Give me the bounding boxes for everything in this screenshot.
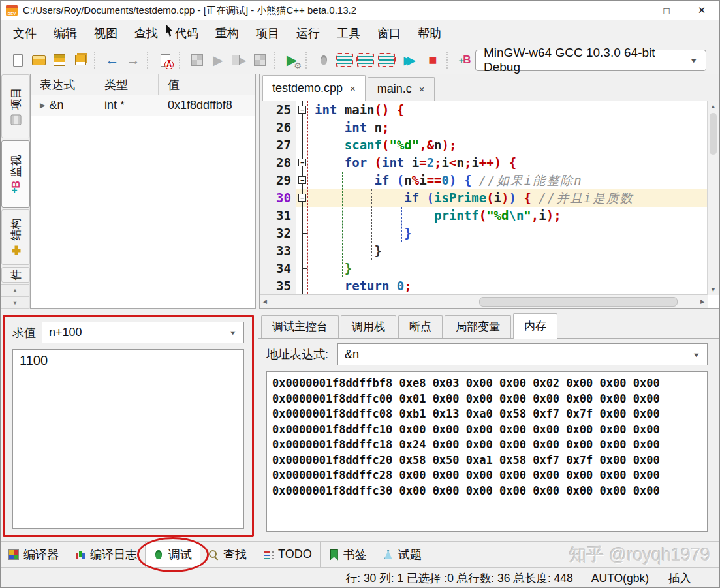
bottom-tab[interactable]: TODO bbox=[255, 542, 321, 567]
watch-row[interactable]: ▶&nint *0x1f8ddffbf8 bbox=[31, 95, 255, 116]
minimize-icon[interactable]: — bbox=[614, 1, 649, 20]
scroll-left-icon[interactable]: ◀ bbox=[262, 296, 267, 307]
close-icon[interactable]: × bbox=[419, 84, 425, 95]
code-line[interactable]: 29 if (n%i==0) { //如果i能整除n bbox=[260, 172, 719, 189]
sidebar-tab-item[interactable]: 结构 bbox=[1, 209, 30, 265]
compiler-set-dropdown[interactable]: MinGW-w64 GCC 10.3.0 64-bit Debug ▼ bbox=[475, 50, 706, 71]
sidebar-tab-item[interactable]: 项目 bbox=[1, 74, 30, 138]
editor-horizontal-scrollbar[interactable]: ◀ ▶ bbox=[260, 294, 708, 308]
back-icon[interactable]: ← bbox=[103, 51, 121, 69]
compile-icon[interactable] bbox=[156, 51, 174, 69]
sidebar-tab-item[interactable]: 件 bbox=[1, 267, 30, 283]
evaluate-label: 求值 bbox=[12, 325, 36, 341]
code-line[interactable]: 31 printf("%d\n",i); bbox=[260, 207, 719, 224]
debug-tab[interactable]: 内存 bbox=[513, 313, 557, 339]
code-line[interactable]: 27 scanf("%d",&n); bbox=[260, 136, 719, 154]
continue-icon[interactable]: ▶▶ bbox=[398, 51, 421, 69]
fold-marker bbox=[296, 207, 309, 224]
add-watch-icon[interactable] bbox=[456, 51, 474, 69]
debug-tab[interactable]: 调用栈 bbox=[341, 315, 396, 338]
debug-tab[interactable]: 断点 bbox=[398, 315, 443, 338]
scroll-down-icon[interactable]: ▼ bbox=[710, 284, 716, 295]
menu-item[interactable]: 编辑 bbox=[45, 20, 86, 46]
code-line[interactable]: 30 if (isPrime(i)) { //并且i是质数 bbox=[260, 189, 719, 207]
evaluate-panel: 求值 n+100 ▼ 1100 bbox=[1, 313, 255, 541]
menu-item[interactable]: 文件 bbox=[5, 20, 45, 46]
code-text: if (n%i==0) { //如果i能整除n bbox=[309, 172, 719, 189]
flask-icon bbox=[383, 549, 394, 560]
fold-marker[interactable] bbox=[296, 172, 309, 189]
code-area[interactable]: 25int main() {26 int n;27 scanf("%d",&n)… bbox=[260, 101, 719, 295]
fold-marker[interactable] bbox=[296, 189, 309, 207]
bottom-tab-label: 查找 bbox=[223, 547, 247, 563]
scroll-right-icon[interactable]: ▶ bbox=[700, 296, 705, 307]
todo-icon bbox=[263, 549, 274, 560]
code-line[interactable]: 28 for (int i=2;i<n;i++) { bbox=[260, 154, 719, 172]
menu-item[interactable]: 运行 bbox=[288, 20, 328, 46]
debug-run-icon[interactable] bbox=[283, 51, 301, 69]
bottom-tab[interactable]: 编译器 bbox=[1, 542, 67, 567]
editor-tab[interactable]: testdemo.cpp× bbox=[262, 75, 366, 101]
input-mode-indicator[interactable]: 插入 bbox=[668, 570, 691, 586]
code-line[interactable]: 26 int n; bbox=[260, 119, 719, 136]
fold-marker bbox=[296, 242, 309, 260]
menu-item[interactable]: 帮助 bbox=[409, 20, 450, 46]
new-file-icon[interactable] bbox=[8, 51, 27, 69]
app-icon: DEV bbox=[6, 5, 18, 16]
menu-item[interactable]: 窗口 bbox=[369, 20, 409, 46]
editor-vertical-scrollbar[interactable]: ▲ ▼ bbox=[707, 101, 719, 295]
sidebar-scroll-up-icon[interactable]: ▲ bbox=[1, 284, 29, 296]
sidebar-tab-label: 监视 bbox=[8, 155, 23, 178]
expand-triangle-icon[interactable]: ▶ bbox=[40, 101, 45, 110]
maximize-icon[interactable]: □ bbox=[649, 1, 684, 20]
sidebar-tab-watch-active[interactable]: 监视 bbox=[1, 140, 30, 208]
scrollbar-thumb[interactable] bbox=[479, 297, 678, 307]
line-number: 31 bbox=[260, 207, 296, 224]
memory-view[interactable]: 0x0000001f8ddffbf8 0xe8 0x03 0x00 0x00 0… bbox=[266, 371, 708, 532]
toolbar-separator bbox=[147, 52, 151, 69]
code-line[interactable]: 25int main() { bbox=[260, 101, 719, 119]
watch-value-cell: 0x1f8ddffbf8 bbox=[159, 99, 255, 112]
menu-item[interactable]: 查找 bbox=[126, 20, 166, 46]
menu-item[interactable]: 视图 bbox=[86, 20, 126, 46]
address-expression-combo[interactable]: &n ▼ bbox=[337, 343, 708, 365]
bottom-tab[interactable]: 调试 bbox=[146, 542, 200, 567]
close-icon[interactable]: × bbox=[350, 83, 356, 94]
bottom-tab[interactable]: 书签 bbox=[321, 542, 375, 567]
editor-tab[interactable]: main.c× bbox=[368, 77, 435, 101]
bottom-tab[interactable]: 编译日志 bbox=[67, 542, 146, 567]
bottom-tab[interactable]: 试题 bbox=[375, 542, 430, 567]
menu-item[interactable]: 工具 bbox=[328, 20, 369, 46]
encoding-indicator[interactable]: AUTO(gbk) bbox=[591, 572, 649, 585]
sidebar-scroll-down-icon[interactable]: ▼ bbox=[1, 296, 29, 309]
bottom-tab-bar: 编译器编译日志调试查找TODO书签试题知乎 @royqh1979 bbox=[1, 541, 719, 567]
scroll-up-icon[interactable]: ▲ bbox=[710, 101, 716, 112]
step-into-icon[interactable] bbox=[356, 51, 375, 69]
open-file-icon[interactable] bbox=[29, 51, 48, 69]
debug-tab[interactable]: 局部变量 bbox=[445, 315, 511, 338]
sidebar-tab-content: 件 bbox=[8, 269, 23, 280]
debug-tab[interactable]: 调试主控台 bbox=[261, 315, 339, 338]
menu-item[interactable]: 代码 bbox=[166, 20, 207, 46]
save-all-icon[interactable] bbox=[71, 51, 89, 69]
toolbar: ←→▶▶▶■ MinGW-w64 GCC 10.3.0 64-bit Debug… bbox=[1, 46, 719, 74]
evaluate-expression-value: n+100 bbox=[49, 326, 82, 339]
save-icon[interactable] bbox=[50, 51, 69, 69]
menu-item[interactable]: 项目 bbox=[247, 20, 288, 46]
forward-icon[interactable]: → bbox=[124, 51, 142, 69]
evaluate-expression-combo[interactable]: n+100 ▼ bbox=[42, 322, 244, 343]
step-over-icon[interactable] bbox=[336, 51, 354, 69]
stop-icon[interactable]: ■ bbox=[424, 51, 442, 69]
close-icon[interactable]: ✕ bbox=[684, 1, 719, 20]
code-line[interactable]: 32 } bbox=[260, 224, 719, 242]
code-line[interactable]: 34 } bbox=[260, 260, 719, 277]
fold-marker[interactable] bbox=[296, 154, 309, 172]
sidebar-scroll: ▲ ▼ bbox=[1, 284, 29, 309]
bottom-tab[interactable]: 查找 bbox=[200, 542, 255, 567]
code-line[interactable]: 33 } bbox=[260, 242, 719, 260]
fold-marker[interactable] bbox=[296, 101, 309, 119]
menu-item[interactable]: 重构 bbox=[207, 20, 247, 46]
code-line[interactable]: 35 return 0; bbox=[260, 277, 719, 295]
step-out-icon[interactable] bbox=[377, 51, 396, 69]
scrollbar-thumb[interactable] bbox=[710, 113, 717, 155]
